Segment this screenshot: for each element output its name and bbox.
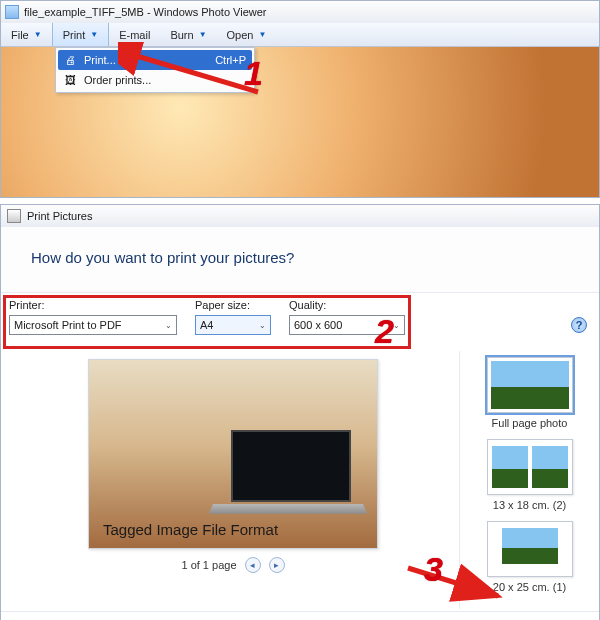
app-icon <box>5 5 19 19</box>
dropdown-print[interactable]: 🖨 Print... Ctrl+P <box>58 50 252 70</box>
chevron-down-icon: ⌄ <box>259 321 266 330</box>
dlg-title: Print Pictures <box>27 210 92 222</box>
printer-select[interactable]: Microsoft Print to PDF ⌄ <box>9 315 177 335</box>
preview-pane: Tagged Image File Format 1 of 1 page ◂ ▸ <box>11 351 455 609</box>
annotation-number-1: 1 <box>244 54 263 93</box>
dlg-footer: Copies of each picture: ▲ ▼ ✓ Fit pictur… <box>1 611 599 620</box>
printer-field: Printer: Microsoft Print to PDF ⌄ <box>9 299 177 335</box>
annotation-number-2: 2 <box>375 312 394 351</box>
chevron-down-icon: ▼ <box>199 30 207 39</box>
dlg-settings: ? Printer: Microsoft Print to PDF ⌄ Pape… <box>1 292 599 347</box>
preview-content <box>213 430 363 526</box>
pv-titlebar[interactable]: file_example_TIFF_5MB - Windows Photo Vi… <box>1 1 599 23</box>
layout-20x25[interactable]: 20 x 25 cm. (1) <box>487 521 573 593</box>
dropdown-print-label: Print... <box>84 54 215 66</box>
chevron-down-icon: ▼ <box>258 30 266 39</box>
print-pictures-icon <box>7 209 21 223</box>
chevron-down-icon: ⌄ <box>393 321 400 330</box>
preview-page: Tagged Image File Format <box>88 359 378 549</box>
layout-full-page[interactable]: Full page photo <box>487 357 573 429</box>
paper-size-select[interactable]: A4 ⌄ <box>195 315 271 335</box>
chevron-down-icon: ▼ <box>90 30 98 39</box>
pager: 1 of 1 page ◂ ▸ <box>181 557 284 573</box>
printer-icon: 🖨 <box>62 52 78 68</box>
dropdown-order-prints[interactable]: 🖼 Order prints... <box>58 70 252 90</box>
chevron-down-icon: ▼ <box>34 30 42 39</box>
chevron-down-icon: ⌄ <box>165 321 172 330</box>
quality-label: Quality: <box>289 299 405 311</box>
printer-value: Microsoft Print to PDF <box>14 319 122 331</box>
menu-open-label: Open <box>227 29 254 41</box>
menu-print-label: Print <box>63 29 86 41</box>
pager-text: 1 of 1 page <box>181 559 236 571</box>
print-dropdown: 🖨 Print... Ctrl+P 🖼 Order prints... <box>55 47 255 93</box>
printer-label: Printer: <box>9 299 177 311</box>
menu-burn-label: Burn <box>170 29 193 41</box>
menu-print[interactable]: Print ▼ <box>52 23 110 46</box>
paper-size-field: Paper size: A4 ⌄ <box>195 299 271 335</box>
layout-20x25-label: 20 x 25 cm. (1) <box>493 581 566 593</box>
paper-size-value: A4 <box>200 319 213 331</box>
pv-title: file_example_TIFF_5MB - Windows Photo Vi… <box>24 6 267 18</box>
menu-burn[interactable]: Burn ▼ <box>160 23 216 46</box>
quality-value: 600 x 600 <box>294 319 342 331</box>
print-pictures-dialog: Print Pictures How do you want to print … <box>0 204 600 620</box>
dlg-titlebar[interactable]: Print Pictures <box>1 205 599 227</box>
annotation-number-3: 3 <box>424 550 443 589</box>
pv-menubar: File ▼ Print ▼ E-mail Burn ▼ Open ▼ <box>1 23 599 47</box>
paper-size-label: Paper size: <box>195 299 271 311</box>
prev-page-button[interactable]: ◂ <box>245 557 261 573</box>
layout-20x25-thumb <box>487 521 573 577</box>
dlg-heading: How do you want to print your pictures? <box>1 227 599 292</box>
menu-file[interactable]: File ▼ <box>1 23 52 46</box>
help-icon[interactable]: ? <box>571 317 587 333</box>
layout-13x18-thumb <box>487 439 573 495</box>
next-page-button[interactable]: ▸ <box>269 557 285 573</box>
layout-full-label: Full page photo <box>492 417 568 429</box>
layout-list[interactable]: Full page photo 13 x 18 cm. (2) 20 x 25 … <box>459 351 589 609</box>
globe-icon: 🖼 <box>62 72 78 88</box>
menu-open[interactable]: Open ▼ <box>217 23 277 46</box>
photo-viewer-window: file_example_TIFF_5MB - Windows Photo Vi… <box>0 0 600 198</box>
layout-13x18[interactable]: 13 x 18 cm. (2) <box>487 439 573 511</box>
preview-caption: Tagged Image File Format <box>103 521 278 538</box>
dropdown-print-shortcut: Ctrl+P <box>215 54 246 66</box>
dropdown-order-prints-label: Order prints... <box>84 74 246 86</box>
layout-13x18-label: 13 x 18 cm. (2) <box>493 499 566 511</box>
menu-email-label: E-mail <box>119 29 150 41</box>
layout-full-thumb <box>487 357 573 413</box>
menu-file-label: File <box>11 29 29 41</box>
menu-email[interactable]: E-mail <box>109 23 160 46</box>
